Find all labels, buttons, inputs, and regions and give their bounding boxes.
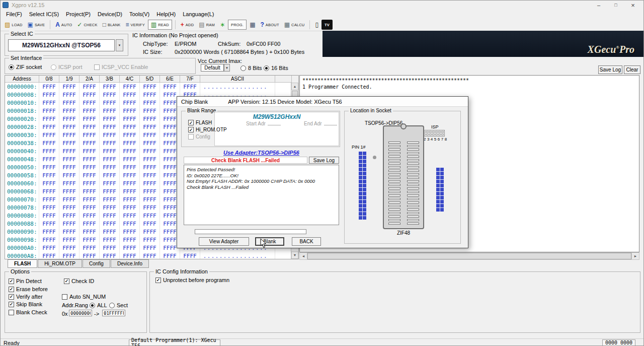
log-horizontal-scrollbar[interactable]: ◄ ► <box>299 252 639 260</box>
hex-word[interactable]: FFFF <box>79 252 100 259</box>
erase-before-checkbox[interactable]: Erase before <box>9 286 48 292</box>
tab-config[interactable]: Config <box>83 259 110 268</box>
hex-word[interactable]: FFFF <box>120 147 140 155</box>
check-button[interactable]: ✓CHECK <box>75 20 99 30</box>
hex-word[interactable]: FFFF <box>59 83 79 91</box>
hex-word[interactable]: FFFF <box>59 91 79 99</box>
hex-word[interactable]: FFFF <box>120 99 140 107</box>
hex-word[interactable]: FFFF <box>140 244 160 252</box>
hex-word[interactable]: FFFF <box>79 155 100 163</box>
close-icon[interactable] <box>624 1 641 10</box>
hex-word[interactable]: FFFF <box>140 147 160 155</box>
hex-word[interactable]: FFFF <box>120 91 140 99</box>
hex-word[interactable]: FFFF <box>79 99 100 107</box>
flash-checkbox[interactable]: FLASH <box>188 120 212 125</box>
tv-button[interactable]: TV <box>321 20 333 30</box>
hex-word[interactable]: FFFF <box>120 212 140 220</box>
hex-word[interactable]: FFFF <box>100 244 120 252</box>
auto-sn-checkbox[interactable]: Auto SN_NUM <box>62 294 106 300</box>
hex-word[interactable]: FFFF <box>39 123 59 131</box>
range-start-input[interactable] <box>69 310 92 316</box>
hex-word[interactable]: FFFF <box>79 195 100 203</box>
hex-word[interactable]: FFFF <box>59 131 79 139</box>
menu-item-help[interactable]: Help(H) <box>153 11 179 17</box>
hex-word[interactable]: FFFF <box>140 155 160 163</box>
hex-word[interactable]: FFFF <box>59 163 79 171</box>
blank-check-checkbox[interactable]: Blank Check <box>9 309 47 315</box>
add-button[interactable]: +ADD <box>179 20 196 30</box>
tab-device-info[interactable]: Device.Info <box>111 259 149 268</box>
hex-word[interactable]: FFFF <box>59 139 79 147</box>
hex-word[interactable]: FFFF <box>140 139 160 147</box>
hex-word[interactable]: FFFF <box>39 115 59 123</box>
hex-word[interactable]: FFFF <box>79 115 100 123</box>
hex-word[interactable]: FFFF <box>79 203 100 212</box>
hex-word[interactable]: FFFF <box>120 163 140 171</box>
selected-ic-combobox[interactable]: M29W512GHxxN @TSOP56 <box>8 39 115 51</box>
hex-word[interactable]: FFFF <box>79 236 100 244</box>
hex-word[interactable]: FFFF <box>120 139 140 147</box>
hex-word[interactable]: FFFF <box>39 155 59 163</box>
hex-word[interactable]: FFFF <box>120 195 140 203</box>
hi-rom-checkbox[interactable]: Hi_ROM.OTP <box>188 127 227 132</box>
selftest-button[interactable]: ∗ <box>218 20 227 30</box>
read-button[interactable]: ▥READ <box>148 20 172 30</box>
hex-word[interactable]: FFFF <box>59 115 79 123</box>
hex-word[interactable]: FFFF <box>79 131 100 139</box>
hex-word[interactable]: FFFF <box>120 252 140 259</box>
hex-word[interactable]: FFFF <box>79 171 100 179</box>
hex-word[interactable]: FFFF <box>59 99 79 107</box>
zif-socket-radio[interactable]: ZIF socket <box>9 64 42 70</box>
hex-word[interactable]: FFFF <box>100 83 120 91</box>
bits-8-radio[interactable]: 8 Bits <box>240 65 262 71</box>
hex-word[interactable]: FFFF <box>140 195 160 203</box>
hex-word[interactable]: FFFF <box>59 171 79 179</box>
check-id-checkbox[interactable]: Check ID <box>64 278 94 284</box>
hex-word[interactable]: FFFF <box>39 83 59 91</box>
view-adapter-button[interactable]: View Adapter <box>199 237 249 246</box>
skip-blank-checkbox[interactable]: Skip Blank <box>9 301 42 307</box>
pin-detect-checkbox[interactable]: Pin Detect <box>9 278 42 284</box>
hex-word[interactable]: FFFF <box>79 91 100 99</box>
hex-word[interactable]: FFFF <box>39 179 59 187</box>
hex-word[interactable]: FFFF <box>100 252 120 259</box>
save-log-button[interactable]: Save Log <box>598 65 622 74</box>
hex-word[interactable]: FFFF <box>100 99 120 107</box>
clear-button[interactable]: Clear <box>624 65 640 74</box>
scroll-left-icon[interactable]: ◄ <box>300 253 307 259</box>
hex-word[interactable]: FFFF <box>79 83 100 91</box>
hex-word[interactable]: FFFF <box>100 139 120 147</box>
tab-hi-rom-otp[interactable]: Hi_ROM.OTP <box>38 259 82 268</box>
hex-word[interactable]: FFFF <box>39 99 59 107</box>
hex-word[interactable]: FFFF <box>100 123 120 131</box>
dialog-save-log-button[interactable]: Save Log <box>309 157 339 164</box>
scroll-right-icon[interactable]: ► <box>631 253 639 259</box>
hex-word[interactable]: FFFF <box>59 123 79 131</box>
hex-word[interactable]: FFFF <box>120 203 140 212</box>
hex-word[interactable]: FFFF <box>59 179 79 187</box>
hex-word[interactable]: FFFF <box>100 107 120 115</box>
scroll-up-icon[interactable]: ▲ <box>291 83 298 90</box>
hex-word[interactable]: FFFF <box>39 163 59 171</box>
hex-word[interactable]: FFFF <box>39 252 59 259</box>
dialog-log[interactable]: Pins Detected Passed!ID: 0x0020 227E....… <box>184 165 339 225</box>
hex-word[interactable]: FFFF <box>79 212 100 220</box>
menu-item-project[interactable]: Project(P) <box>62 11 94 17</box>
save-button[interactable]: ▣SAVE <box>26 20 47 30</box>
hex-word[interactable]: FFFF <box>39 171 59 179</box>
ram-button[interactable]: ▤RAM <box>197 20 217 30</box>
hex-word[interactable]: FFFF <box>79 147 100 155</box>
hex-word[interactable]: FFFF <box>120 179 140 187</box>
scroll-down-icon[interactable]: ▼ <box>291 251 298 259</box>
hex-word[interactable]: FFFF <box>120 244 140 252</box>
hex-word[interactable]: FFFF <box>59 203 79 212</box>
hex-word[interactable]: FFFF <box>140 99 160 107</box>
hex-word[interactable]: FFFF <box>120 187 140 195</box>
unprotect-checkbox[interactable]: Unprotect before programn <box>155 277 229 283</box>
hex-word[interactable]: FFFF <box>59 187 79 195</box>
hex-word[interactable]: FFFF <box>120 155 140 163</box>
hex-word[interactable]: FFFF <box>100 131 120 139</box>
hex-word[interactable]: FFFF <box>59 107 79 115</box>
load-button[interactable]: ▨LOAD <box>3 20 25 30</box>
hex-word[interactable]: FFFF <box>140 171 160 179</box>
